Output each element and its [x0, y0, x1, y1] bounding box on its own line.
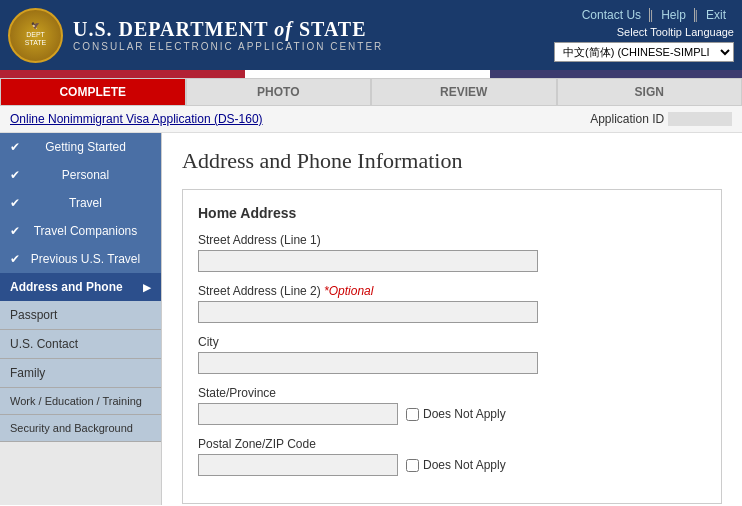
- sidebar-item-previous-us-travel[interactable]: ✔ Previous U.S. Travel: [0, 245, 161, 273]
- city-group: City: [198, 335, 706, 374]
- optional-badge: *Optional: [324, 284, 373, 298]
- home-address-section: Home Address Street Address (Line 1) Str…: [182, 189, 722, 504]
- sidebar-item-getting-started[interactable]: ✔ Getting Started: [0, 133, 161, 161]
- sidebar-item-travel[interactable]: ✔ Travel: [0, 189, 161, 217]
- sidebar-check-getting-started: ✔: [10, 140, 20, 154]
- sidebar-label-personal: Personal: [62, 168, 109, 182]
- app-id-section: Application ID: [590, 112, 732, 126]
- sidebar-item-address-phone[interactable]: Address and Phone ▶: [0, 273, 161, 301]
- language-selector-wrapper[interactable]: 中文(简体) (CHINESE-SIMPLI: [554, 42, 734, 62]
- sidebar-item-travel-companions[interactable]: ✔ Travel Companions: [0, 217, 161, 245]
- sidebar-label-travel: Travel: [69, 196, 102, 210]
- street2-input[interactable]: [198, 301, 538, 323]
- postal-input[interactable]: [198, 454, 398, 476]
- state-dna-label: Does Not Apply: [423, 407, 506, 421]
- sidebar-label-security: Security and Background: [10, 422, 133, 434]
- app-id-value: [668, 112, 732, 126]
- street1-input[interactable]: [198, 250, 538, 272]
- department-seal: 🦅DEPTSTATE: [8, 8, 63, 63]
- sidebar-item-passport[interactable]: Passport: [0, 301, 161, 330]
- street2-group: Street Address (Line 2) *Optional: [198, 284, 706, 323]
- sidebar-label-passport: Passport: [10, 308, 57, 322]
- sidebar-check-personal: ✔: [10, 168, 20, 182]
- sidebar-label-address-phone: Address and Phone: [10, 280, 123, 294]
- sidebar-label-getting-started: Getting Started: [45, 140, 126, 154]
- dept-name: U.S. Department of State: [73, 18, 383, 41]
- sidebar-check-previous-travel: ✔: [10, 252, 20, 266]
- sidebar-item-family[interactable]: Family: [0, 359, 161, 388]
- sidebar-item-us-contact[interactable]: U.S. Contact: [0, 330, 161, 359]
- page-title: Address and Phone Information: [182, 148, 722, 174]
- header-links[interactable]: Contact Us | Help | Exit: [574, 8, 734, 22]
- contact-us-link[interactable]: Contact Us: [574, 8, 650, 22]
- sidebar-label-work-education: Work / Education / Training: [10, 395, 142, 407]
- app-info-bar: Online Nonimmigrant Visa Application (DS…: [0, 106, 742, 133]
- flag-strip: [0, 70, 742, 78]
- tab-complete[interactable]: COMPLETE: [0, 78, 186, 106]
- header-logo: 🦅DEPTSTATE U.S. Department of State CONS…: [8, 8, 383, 63]
- postal-group: Postal Zone/ZIP Code Does Not Apply: [198, 437, 706, 476]
- header-title: U.S. Department of State CONSULAR ELECTR…: [73, 18, 383, 52]
- state-group: State/Province Does Not Apply: [198, 386, 706, 425]
- main-layout: ✔ Getting Started ✔ Personal ✔ Travel ✔ …: [0, 133, 742, 505]
- city-label: City: [198, 335, 706, 349]
- postal-dna-checkbox[interactable]: [406, 459, 419, 472]
- tab-review[interactable]: REVIEW: [371, 78, 557, 106]
- sidebar-item-security[interactable]: Security and Background: [0, 415, 161, 442]
- state-dna-checkbox[interactable]: [406, 408, 419, 421]
- sidebar-label-us-contact: U.S. Contact: [10, 337, 78, 351]
- ds160-link[interactable]: Online Nonimmigrant Visa Application (DS…: [10, 112, 263, 126]
- sidebar-check-travel: ✔: [10, 196, 20, 210]
- arrow-icon: ▶: [143, 282, 151, 293]
- app-id-label: Application ID: [590, 112, 664, 126]
- language-select[interactable]: 中文(简体) (CHINESE-SIMPLI: [554, 42, 734, 62]
- sidebar-check-travel-companions: ✔: [10, 224, 20, 238]
- state-label: State/Province: [198, 386, 706, 400]
- exit-link[interactable]: Exit: [698, 8, 734, 22]
- street1-label: Street Address (Line 1): [198, 233, 706, 247]
- sidebar-label-travel-companions: Travel Companions: [34, 224, 138, 238]
- help-link[interactable]: Help: [653, 8, 695, 22]
- sidebar-item-personal[interactable]: ✔ Personal: [0, 161, 161, 189]
- postal-inline: Does Not Apply: [198, 454, 706, 476]
- postal-dna-label: Does Not Apply: [423, 458, 506, 472]
- postal-does-not-apply: Does Not Apply: [406, 458, 506, 472]
- dept-subtitle: CONSULAR ELECTRONIC APPLICATION CENTER: [73, 41, 383, 52]
- section-heading: Home Address: [198, 205, 706, 221]
- street2-label: Street Address (Line 2) *Optional: [198, 284, 706, 298]
- sidebar-label-family: Family: [10, 366, 45, 380]
- tooltip-label: Select Tooltip Language: [617, 26, 734, 38]
- tab-sign[interactable]: SIGN: [557, 78, 743, 106]
- sidebar-label-previous-travel: Previous U.S. Travel: [31, 252, 140, 266]
- sidebar-item-work-education[interactable]: Work / Education / Training: [0, 388, 161, 415]
- sidebar: ✔ Getting Started ✔ Personal ✔ Travel ✔ …: [0, 133, 162, 505]
- state-inline: Does Not Apply: [198, 403, 706, 425]
- header-right: Contact Us | Help | Exit Select Tooltip …: [554, 8, 734, 62]
- content-area: Address and Phone Information Home Addre…: [162, 133, 742, 505]
- state-input[interactable]: [198, 403, 398, 425]
- street1-group: Street Address (Line 1): [198, 233, 706, 272]
- header: 🦅DEPTSTATE U.S. Department of State CONS…: [0, 0, 742, 70]
- city-input[interactable]: [198, 352, 538, 374]
- tab-photo[interactable]: PHOTO: [186, 78, 372, 106]
- tooltip-language: Select Tooltip Language: [617, 26, 734, 38]
- state-does-not-apply: Does Not Apply: [406, 407, 506, 421]
- postal-label: Postal Zone/ZIP Code: [198, 437, 706, 451]
- progress-bar: COMPLETE PHOTO REVIEW SIGN: [0, 78, 742, 106]
